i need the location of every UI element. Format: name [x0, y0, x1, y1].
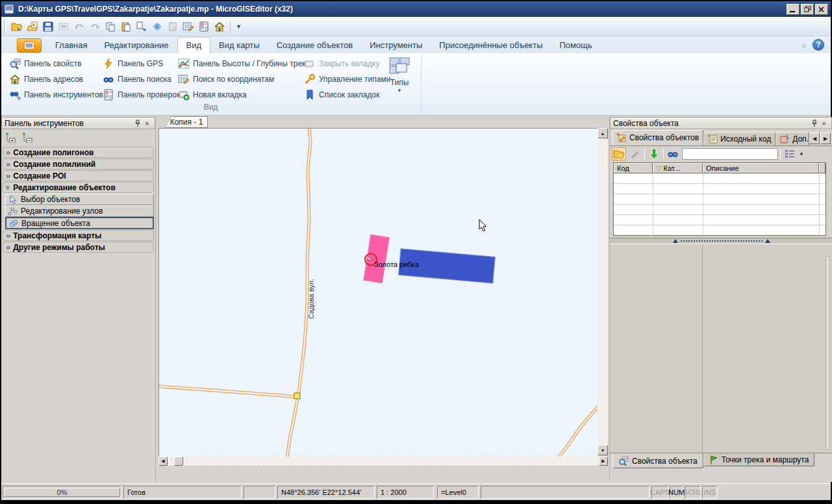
- edit-nodes-button[interactable]: Редактирование узлов: [5, 205, 154, 217]
- expand-all-icon[interactable]: [4, 132, 17, 144]
- save-icon[interactable]: [40, 19, 56, 34]
- tab-additional[interactable]: Доп. н: [775, 132, 809, 145]
- splitter-collapse-icon[interactable]: [765, 239, 770, 243]
- properties-panel-icon: [9, 58, 21, 69]
- table-body-empty[interactable]: [614, 173, 826, 235]
- group-create-polygons[interactable]: » Создание полигонов: [3, 147, 154, 158]
- manage-types-button[interactable]: Управление типами: [301, 72, 393, 86]
- close-panel-icon[interactable]: ×: [819, 119, 829, 128]
- tab-pomosch[interactable]: Помощь: [551, 38, 601, 53]
- restore-button[interactable]: [801, 4, 814, 15]
- tab-prisoedinennye-obekty[interactable]: Присоединённые объекты: [431, 38, 551, 53]
- tab-scroll-left-icon[interactable]: ◀: [809, 132, 820, 144]
- panel-splitter[interactable]: [610, 238, 832, 244]
- numbered-list-icon[interactable]: [783, 147, 797, 160]
- rotate-object-button[interactable]: Вращение объекта: [5, 217, 154, 229]
- panel-checks-button[interactable]: Панель проверок: [100, 88, 183, 101]
- new-tab-button[interactable]: Новая вкладка: [175, 88, 312, 101]
- object-properties-header: Свойства объекта ×: [610, 117, 832, 129]
- tab-sozdanie-obektov[interactable]: Создание объектов: [268, 38, 362, 53]
- group-transform-map[interactable]: » Трансформация карты: [3, 230, 154, 241]
- panel-elevation-button[interactable]: Панель Высоты / Глубины трека: [175, 57, 312, 70]
- scroll-down-icon[interactable]: ▼: [598, 445, 608, 455]
- edit-table-icon[interactable]: [181, 19, 196, 34]
- panel-gps-button[interactable]: Панель GPS: [100, 57, 183, 70]
- search-binoculars-icon[interactable]: [666, 147, 680, 160]
- merge-objects-icon[interactable]: [149, 19, 165, 34]
- new-map-icon[interactable]: [25, 19, 40, 34]
- properties-tab-bar: Свойства объектов Исходный код Доп. н ◀ …: [610, 129, 832, 146]
- paste-icon[interactable]: [118, 19, 134, 34]
- help-icon[interactable]: ?: [813, 39, 824, 51]
- scroll-up-icon[interactable]: ▲: [598, 128, 608, 138]
- window-select-icon[interactable]: [56, 19, 71, 34]
- map-canvas[interactable]: Садова вул. Золота рибка: [158, 128, 598, 457]
- group-edit-objects[interactable]: » Редактирование объектов: [3, 182, 154, 193]
- pin-icon[interactable]: [132, 119, 142, 128]
- list-dropdown-icon[interactable]: ▼: [799, 151, 804, 157]
- copy-icon[interactable]: [103, 19, 118, 34]
- tab-object-properties[interactable]: Свойства объектов: [612, 130, 703, 145]
- magic-wand-icon: [628, 147, 642, 160]
- tab-scroll-right-icon[interactable]: ▶: [820, 132, 831, 144]
- bookmarks-button[interactable]: Список закладок: [301, 88, 393, 101]
- search-input[interactable]: [682, 148, 778, 160]
- column-header-kod[interactable]: Код: [614, 163, 653, 173]
- group-create-poi[interactable]: » Создание POI: [3, 170, 154, 181]
- toolbar-options-icon[interactable]: ▼: [233, 23, 244, 30]
- panel-search-button[interactable]: Панель поиска: [100, 72, 183, 86]
- tab-instrumenty[interactable]: Инструменты: [361, 38, 431, 53]
- apply-down-icon[interactable]: [647, 147, 661, 160]
- scroll-left-icon[interactable]: ◀: [158, 457, 168, 466]
- road-junction-node[interactable]: [294, 393, 300, 399]
- map-vertical-scrollbar[interactable]: ▲ ▼: [598, 128, 608, 455]
- group-other-modes[interactable]: » Другие режимы работы: [3, 242, 154, 253]
- paste-objects-icon[interactable]: [134, 19, 149, 34]
- open-map-icon[interactable]: [9, 19, 25, 34]
- coord-search-button[interactable]: Поиск по координатам: [175, 72, 312, 86]
- open-folder-icon[interactable]: [612, 147, 626, 160]
- splitter-handle[interactable]: [673, 239, 770, 243]
- collapse-all-icon[interactable]: [21, 132, 34, 144]
- map-tab-kopiya-1[interactable]: Копия - 1: [165, 116, 208, 128]
- column-header-kategoriya[interactable]: ▽Кат...: [653, 163, 703, 173]
- vertical-scroll-track[interactable]: [598, 138, 608, 445]
- tab-glavnaya[interactable]: Главная: [47, 38, 95, 53]
- detail-pane-divider[interactable]: [702, 244, 703, 453]
- types-dropdown-icon: ▼: [397, 88, 402, 94]
- panel-tools-button[interactable]: Панель инструментов: [6, 88, 106, 101]
- scrl-indicator: SCRL: [685, 486, 701, 499]
- properties-table[interactable]: Код ▽Кат... Описание: [613, 162, 826, 236]
- check-list-icon[interactable]: [196, 19, 212, 34]
- tab-vid-karty[interactable]: Вид карты: [210, 38, 268, 53]
- lightning-icon: [103, 58, 114, 69]
- scroll-right-icon[interactable]: ▶: [599, 457, 608, 466]
- close-tab-button: Закрыть вкладку: [301, 57, 393, 70]
- pin-icon[interactable]: [809, 119, 819, 128]
- tab-redaktirovanie[interactable]: Редактирование: [95, 38, 177, 53]
- select-objects-button[interactable]: Выбор объектов: [5, 194, 154, 205]
- column-header-opisanie[interactable]: Описание: [703, 163, 819, 173]
- bottom-tab-object-properties[interactable]: Свойства объекта: [612, 453, 703, 468]
- close-panel-icon[interactable]: ×: [142, 119, 152, 128]
- horizontal-scroll-track[interactable]: [168, 457, 599, 466]
- tab-vid[interactable]: Вид: [177, 37, 211, 53]
- sort-descending-icon: ▽: [656, 164, 661, 173]
- bottom-tab-track-points[interactable]: Точки трека и маршрута: [703, 453, 815, 466]
- toolbar-separator: [663, 149, 664, 159]
- collapse-ribbon-icon[interactable]: ⌂: [802, 42, 806, 49]
- map-horizontal-scrollbar[interactable]: ◀ ▶: [158, 457, 608, 466]
- additional-settings-icon: [779, 134, 790, 144]
- close-button[interactable]: [815, 4, 828, 15]
- tab-source-code[interactable]: Исходный код: [703, 132, 775, 145]
- types-button[interactable]: Типы ▼: [384, 57, 414, 99]
- home-icon[interactable]: [212, 19, 227, 34]
- panel-addresses-button[interactable]: Панель адресов: [6, 72, 106, 86]
- group-create-polylines[interactable]: » Создание полилиний: [3, 158, 154, 170]
- horizontal-scroll-thumb[interactable]: [174, 457, 183, 466]
- minimize-button[interactable]: [787, 4, 800, 15]
- tools-panel: Панель инструментов × » Создание полигон…: [1, 117, 156, 482]
- splitter-collapse-icon[interactable]: [673, 239, 678, 243]
- panel-props-button[interactable]: Панель свойств: [6, 57, 106, 70]
- application-menu-button[interactable]: [17, 38, 42, 53]
